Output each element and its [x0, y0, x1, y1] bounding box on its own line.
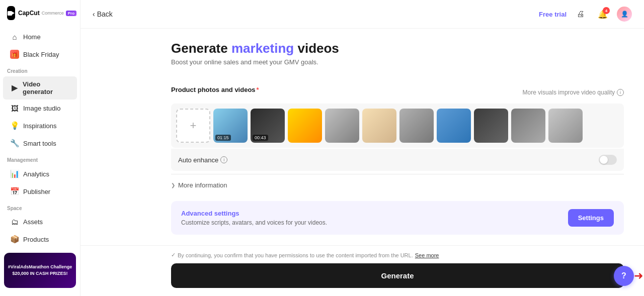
sidebar-home-label: Home [23, 33, 41, 41]
arrow-indicator: ➜ [634, 269, 643, 282]
logo-subtext: Commerce [42, 11, 64, 16]
advanced-title: Advanced settings [181, 210, 327, 217]
promo-line1: #ViralAdsMarathon Challenge [8, 264, 72, 270]
see-more-link[interactable]: See more [415, 252, 439, 258]
main-area: ‹ Back Free trial 🖨 🔔 4 👤 Generate marke… [80, 0, 644, 296]
auto-enhance-toggle[interactable] [599, 155, 617, 165]
sidebar-item-home[interactable]: ⌂ Home [3, 29, 77, 45]
title-part1: Generate [171, 41, 231, 56]
sidebar-item-image-studio[interactable]: 🖼 Image studio [3, 100, 77, 117]
sidebar-nav: ⌂ Home 🎁 Black Friday Creation ▶ Video g… [0, 28, 80, 290]
sidebar-item-video-generator[interactable]: ▶ Video generator [3, 76, 77, 100]
media-thumb-5[interactable] [362, 109, 396, 143]
print-icon: 🖨 [577, 10, 585, 19]
sidebar-item-analytics[interactable]: 📊 Analytics [3, 165, 77, 182]
section-management-label: Management [0, 152, 80, 165]
sidebar-publisher-label: Publisher [23, 188, 50, 195]
video-generator-icon: ▶ [10, 83, 19, 92]
title-highlight: marketing [231, 41, 294, 56]
logo-text: CapCut [18, 10, 40, 17]
back-button[interactable]: ‹ Back [93, 10, 113, 18]
required-star: * [257, 86, 259, 93]
avatar-placeholder: 👤 [621, 11, 628, 18]
sidebar: CapCut Commerce Pro ⌂ Home 🎁 Black Frida… [0, 0, 80, 296]
media-thumb-8[interactable] [474, 109, 508, 143]
back-label: Back [97, 10, 113, 18]
section-creation-label: Creation [0, 63, 80, 76]
notification-button[interactable]: 🔔 4 [595, 6, 611, 22]
top-header: ‹ Back Free trial 🖨 🔔 4 👤 [80, 0, 644, 29]
more-info-row[interactable]: ❯ More information [171, 174, 624, 196]
auto-enhance-row: Auto enhance i [171, 149, 624, 171]
media-thumb-4[interactable] [325, 109, 359, 143]
sidebar-item-assets[interactable]: 🗂 Assets [3, 214, 77, 230]
logo-area: CapCut Commerce Pro [0, 6, 80, 28]
content-area: Generate marketing videos Boost your onl… [80, 29, 644, 245]
sidebar-item-products[interactable]: 📦 Products [3, 231, 77, 248]
gift-icon: 🎁 [10, 50, 19, 59]
promo-line2: $20,000 IN CASH PRIZES! [8, 270, 72, 277]
toggle-knob [600, 156, 608, 164]
print-icon-button[interactable]: 🖨 [573, 6, 589, 22]
svg-marker-1 [12, 12, 15, 15]
sidebar-item-inspirations[interactable]: 💡 Inspirations [3, 117, 77, 134]
image-studio-icon: 🖼 [10, 104, 19, 113]
notification-badge: 4 [603, 7, 610, 14]
products-icon: 📦 [10, 235, 19, 244]
media-thumb-9[interactable] [511, 109, 545, 143]
advanced-settings-box: Advanced settings Customize scripts, ava… [171, 201, 624, 235]
more-info-label: More information [178, 181, 227, 189]
sidebar-black-friday-label: Black Friday [23, 51, 59, 58]
sidebar-item-black-friday[interactable]: 🎁 Black Friday [3, 46, 77, 63]
free-trial-button[interactable]: Free trial [539, 11, 567, 18]
home-icon: ⌂ [10, 33, 19, 41]
sidebar-products-label: Products [23, 236, 49, 243]
page-title: Generate marketing videos [171, 41, 624, 56]
sidebar-item-publisher[interactable]: 📅 Publisher [3, 183, 77, 200]
generate-button[interactable]: Generate [171, 263, 624, 288]
disclaimer-text: By continuing, you confirm that you have… [178, 252, 413, 258]
add-media-button[interactable]: + [176, 109, 210, 143]
help-button[interactable]: ? [614, 266, 634, 286]
user-avatar[interactable]: 👤 [617, 7, 632, 22]
media-thumb-7[interactable] [437, 109, 471, 143]
publisher-icon: 📅 [10, 187, 19, 196]
auto-enhance-label: Auto enhance i [178, 156, 227, 164]
quality-info-icon[interactable]: i [617, 89, 624, 96]
help-icon: ? [621, 271, 626, 280]
media-thumb-3[interactable] [288, 109, 322, 143]
analytics-icon: 📊 [10, 169, 19, 178]
back-chevron-icon: ‹ [93, 10, 95, 18]
chevron-right-icon: ❯ [171, 182, 175, 188]
generate-wrapper: Generate ➜ [171, 263, 624, 288]
sidebar-image-studio-label: Image studio [23, 105, 60, 112]
photos-header: Product photos and videos* More visuals … [171, 86, 624, 98]
sidebar-smart-tools-label: Smart tools [23, 140, 56, 147]
media-thumb-10[interactable] [548, 109, 583, 143]
inspirations-icon: 💡 [10, 121, 19, 130]
duration-badge-1: 01:15 [215, 135, 231, 141]
media-grid: + 01:15 00:43 [171, 104, 624, 148]
title-part2: videos [294, 41, 339, 56]
section-label-photos: Product photos and videos* [171, 86, 259, 93]
media-thumb-1[interactable]: 01:15 [213, 109, 248, 143]
advanced-subtitle: Customize scripts, avatars, and voices f… [181, 219, 327, 226]
media-thumb-2[interactable]: 00:43 [251, 109, 285, 143]
media-thumb-6[interactable] [399, 109, 434, 143]
sidebar-analytics-label: Analytics [23, 170, 49, 178]
promo-banner[interactable]: #ViralAdsMarathon Challenge $20,000 IN C… [4, 253, 76, 288]
section-space-label: Space [0, 201, 80, 213]
check-icon: ✓ [171, 252, 176, 258]
quality-hint: More visuals improve video quality i [523, 89, 624, 96]
auto-enhance-info-icon[interactable]: i [220, 156, 227, 163]
assets-icon: 🗂 [10, 218, 19, 226]
logo-icon [7, 6, 15, 20]
smart-tools-icon: 🔧 [10, 139, 19, 148]
pro-badge: Pro [66, 11, 76, 16]
duration-badge-2: 00:43 [253, 135, 268, 141]
sidebar-item-smart-tools[interactable]: 🔧 Smart tools [3, 135, 77, 152]
svg-rect-0 [8, 11, 12, 16]
settings-button[interactable]: Settings [568, 209, 614, 227]
footer-area: ✓ By continuing, you confirm that you ha… [80, 245, 644, 296]
page-subtitle: Boost your online sales and meet your GM… [171, 58, 624, 66]
